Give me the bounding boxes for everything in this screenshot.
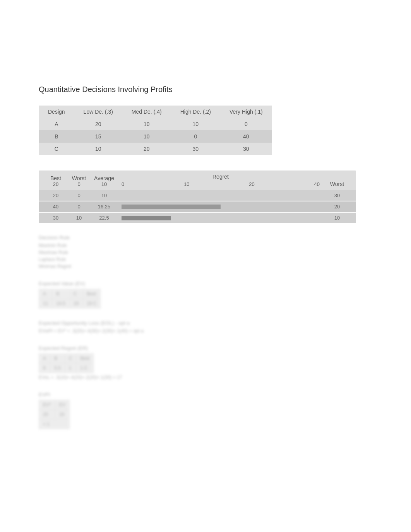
ev-val-a: 11 <box>39 299 52 309</box>
evpi-col-evstar: EV* <box>39 400 55 410</box>
summary-worst-header: Worst 0 <box>67 175 91 187</box>
cell-c-vh: 30 <box>220 143 272 155</box>
er-col-a: A <box>39 354 50 363</box>
er-val-best: 1 C <box>76 363 94 373</box>
col-header-very-high: Very High (.1) <box>220 106 272 118</box>
cell-best-a: 20 <box>44 193 67 198</box>
ev-col-a: A <box>39 289 52 299</box>
eol-section: Expected Opportunity Loss (EOL) - opt a … <box>39 320 396 334</box>
cell-a-low: 20 <box>74 118 122 130</box>
col-header-med: Med De. (.4) <box>122 106 171 118</box>
evpi-val-ev: 19 <box>55 410 69 419</box>
page-title: Quantitative Decisions Involving Profits <box>39 85 396 94</box>
regret-scale-10: 10 <box>184 181 189 187</box>
main-table-container: Design Low De. (.3) Med De. (.4) High De… <box>39 106 396 155</box>
ev-section: Expected Value (EV) A B C Best 11 14.5 1… <box>39 281 396 309</box>
table-row: A 20 10 10 0 <box>39 118 272 130</box>
laplace-rule: Laplace Rule <box>39 257 396 262</box>
er-val-b: 5.5 <box>50 363 65 373</box>
ev-table: A B C Best 11 14.5 19 19 C <box>39 289 101 309</box>
regret-scale-0: 0 <box>122 181 124 187</box>
er-val-c: 1 <box>65 363 76 373</box>
evpi-table: EV* EV 20 19 = 1 <box>39 400 70 429</box>
cell-b-vh: 40 <box>220 130 272 143</box>
table-row: C 10 20 30 30 <box>39 143 272 155</box>
cell-worst-regret-b: 20 <box>324 204 351 210</box>
cell-best-b: 40 <box>44 204 67 210</box>
cell-design-b: B <box>39 130 74 143</box>
cell-c-low: 10 <box>74 143 122 155</box>
minimax-regret-rule: Minimax Regret <box>39 264 396 269</box>
ev-col-b: B <box>52 289 69 299</box>
evpi-val-evstar: 20 <box>39 410 55 419</box>
eol-title: Expected Opportunity Loss (EOL) - opt a <box>39 320 396 326</box>
er-formula: EVoL = .3(10)+.4(20)+.2(20)+.1(30) = 17 <box>39 375 396 380</box>
regret-scale-40: 40 <box>314 181 320 187</box>
cell-design-c: C <box>39 143 74 155</box>
evpi-result: = 1 <box>39 419 70 429</box>
cell-a-vh: 0 <box>220 118 272 130</box>
summary-row-b: 40 0 16.25 20 <box>39 201 356 212</box>
ev-val-b: 14.5 <box>52 299 69 309</box>
er-col-best: Best <box>76 354 94 363</box>
summary-regret-section: Regret 0 10 20 40 <box>118 174 324 187</box>
cell-a-med: 10 <box>122 118 171 130</box>
cell-c-med: 20 <box>122 143 171 155</box>
decision-rules-section: Decision Rule Maximin Rule Maximax Rule … <box>39 235 396 269</box>
ev-val-best: 19 C <box>83 299 101 309</box>
cell-b-low: 15 <box>74 130 122 143</box>
summary-row-c: 30 10 22.5 10 <box>39 213 356 223</box>
eol-line: EVwPI = EV* = .3(20)+.4(30)+.2(30)+.1(40… <box>39 328 396 334</box>
cell-avg-a: 10 <box>91 193 118 198</box>
col-header-low: Low De. (.3) <box>74 106 122 118</box>
evpi-title: EVPI <box>39 392 396 397</box>
regret-bar-b <box>118 205 324 209</box>
summary-row-a: 20 0 10 30 <box>39 190 356 201</box>
cell-c-high: 30 <box>171 143 220 155</box>
cell-a-high: 10 <box>171 118 220 130</box>
summary-section: Best 20 Worst 0 Average 10 Regret 0 10 2… <box>39 171 396 223</box>
cell-worst-regret-c: 10 <box>324 215 351 221</box>
cell-b-high: 0 <box>171 130 220 143</box>
ev-col-c: C <box>69 289 82 299</box>
cell-b-med: 10 <box>122 130 171 143</box>
er-val-a: 9 <box>39 363 50 373</box>
cell-worst-b: 0 <box>67 204 91 210</box>
regret-bar-c <box>118 216 324 220</box>
maximax-rule: Maximax Rule <box>39 250 396 255</box>
cell-avg-b: 16.25 <box>91 204 118 210</box>
er-col-b: B <box>50 354 65 363</box>
decision-rules-title: Decision Rule <box>39 235 396 240</box>
er-table: A B C Best 9 5.5 1 1 C <box>39 353 94 373</box>
ev-val-c: 19 <box>69 299 82 309</box>
table-row: B 15 10 0 40 <box>39 130 272 143</box>
main-table: Design Low De. (.3) Med De. (.4) High De… <box>39 106 272 155</box>
ev-col-best: Best <box>83 289 101 299</box>
regret-bar-a <box>118 193 324 198</box>
er-col-c: C <box>65 354 76 363</box>
cell-design-a: A <box>39 118 74 130</box>
maximin-rule: Maximin Rule <box>39 243 396 248</box>
cell-best-c: 30 <box>44 215 67 221</box>
cell-avg-c: 22.5 <box>91 215 118 221</box>
er-title: Expected Regret (ER) <box>39 345 396 351</box>
er-section: Expected Regret (ER) A B C Best 9 5.5 1 … <box>39 345 396 380</box>
regret-scale-20: 20 <box>249 181 254 187</box>
summary-best-header: Best 20 <box>44 175 67 187</box>
cell-worst-c: 10 <box>67 215 91 221</box>
col-header-high: High De. (.2) <box>171 106 220 118</box>
evpi-col-ev: EV <box>55 400 69 410</box>
evpi-section: EVPI EV* EV 20 19 = 1 <box>39 392 396 429</box>
summary-average-header: Average 10 <box>91 175 118 187</box>
cell-worst-a: 0 <box>67 193 91 198</box>
summary-worst-right-header: Worst <box>324 181 351 187</box>
col-header-design: Design <box>39 106 74 118</box>
ev-title: Expected Value (EV) <box>39 281 396 286</box>
cell-worst-regret-a: 30 <box>324 193 351 198</box>
